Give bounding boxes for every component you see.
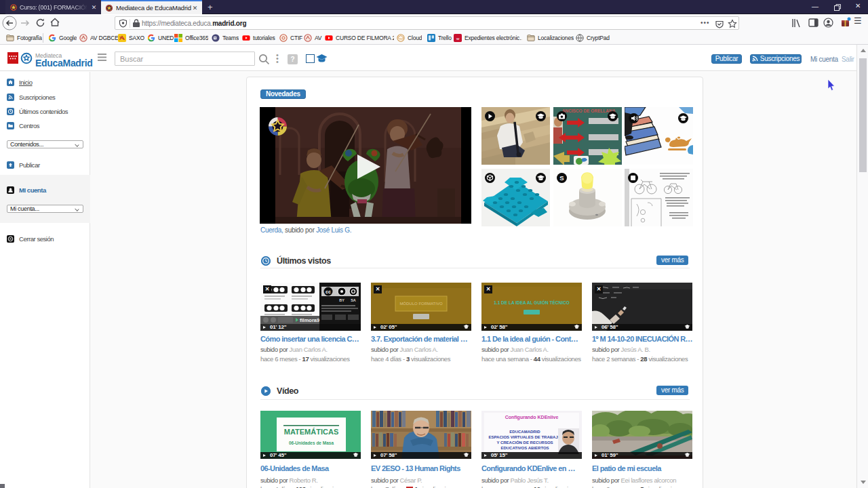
svg-text:EDUCAMADRID: EDUCAMADRID xyxy=(509,430,540,434)
svg-text:Configurando KDEnlive: Configurando KDEnlive xyxy=(505,415,559,420)
svg-text:filmora9: filmora9 xyxy=(300,317,319,323)
svg-text:BY: BY xyxy=(339,298,344,302)
svg-text:06-Unidades de Masa: 06-Unidades de Masa xyxy=(289,441,334,445)
svg-text:w: w xyxy=(456,37,460,41)
svg-text:cc: cc xyxy=(326,289,331,294)
svg-text:1.1 DE LA IDEA AL GUIÓN TÉCNIC: 1.1 DE LA IDEA AL GUIÓN TÉCNICO xyxy=(494,300,569,305)
svg-text:ESPACIOS VIRTUALES DE TRABAJO: ESPACIOS VIRTUALES DE TRABAJO xyxy=(489,435,561,439)
svg-text:MÓDULO FORMATIVO: MÓDULO FORMATIVO xyxy=(399,302,443,306)
svg-text:S: S xyxy=(559,174,564,182)
svg-text:Y CREACIÓN DE RECURSOS: Y CREACIÓN DE RECURSOS xyxy=(496,440,553,445)
svg-text:MATEMÁTICAS: MATEMÁTICAS xyxy=(284,428,338,436)
svg-text:SA: SA xyxy=(351,298,356,302)
svg-text:EDUCATIVOS ABIERTOS: EDUCATIVOS ABIERTOS xyxy=(500,446,549,450)
